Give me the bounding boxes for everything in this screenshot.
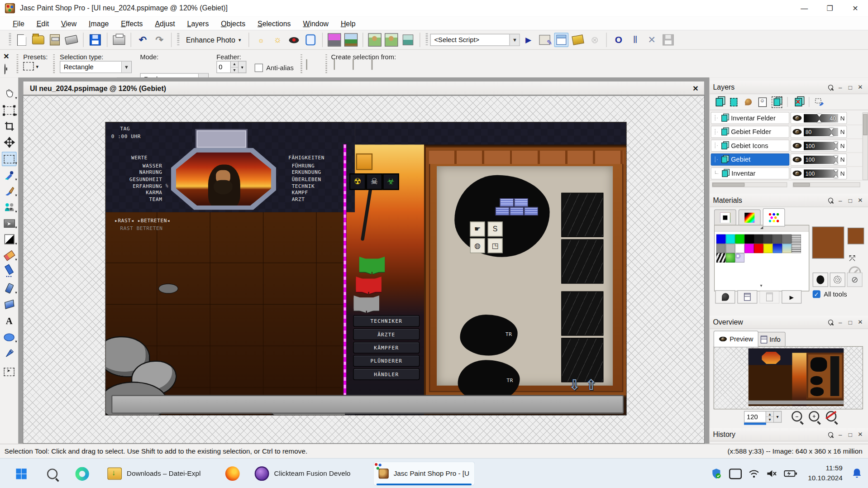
makeover-button[interactable] <box>304 33 318 47</box>
blend-mode[interactable]: N <box>840 129 845 135</box>
swatch[interactable] <box>792 244 801 253</box>
red-eye-button[interactable] <box>287 33 301 47</box>
swatch[interactable] <box>716 253 726 263</box>
visibility-eye-icon[interactable] <box>793 143 802 148</box>
visibility-eye-icon[interactable] <box>793 115 802 121</box>
menu-image[interactable]: Image <box>83 18 115 29</box>
pan-tool[interactable]: ▾ <box>2 86 17 101</box>
eraser-tool[interactable]: ▾ <box>2 248 17 263</box>
swatch-scroll-up[interactable]: ◢ <box>715 225 809 231</box>
layers-pin-button[interactable] <box>825 83 835 92</box>
edit-selection-button[interactable] <box>813 96 826 108</box>
save-button[interactable] <box>88 33 102 47</box>
menu-edit[interactable]: Edit <box>30 18 55 29</box>
pen-tool[interactable] <box>2 346 17 361</box>
swatch[interactable] <box>735 234 744 244</box>
layers-close-button[interactable]: ✕ <box>855 83 865 92</box>
more-swatches-button[interactable]: ▶ <box>782 290 801 303</box>
run-script-button[interactable]: ▶ <box>521 33 536 47</box>
swatch[interactable] <box>726 234 735 244</box>
paint-brush-tool[interactable]: ▾ <box>2 184 17 198</box>
move-tool[interactable] <box>2 135 17 150</box>
browser-button[interactable] <box>72 464 92 483</box>
canvas[interactable]: TAG 0 :00 UHR WERTE WASSER NAHRUNG <box>23 95 705 444</box>
materials-minimize-button[interactable]: – <box>835 196 845 205</box>
layer-opacity[interactable]: 100 <box>804 170 815 176</box>
swatch[interactable] <box>754 244 763 253</box>
layers-panel-titlebar[interactable]: Layers – □ ✕ <box>710 81 868 94</box>
visibility-eye-icon[interactable] <box>793 157 802 162</box>
options-pin-button[interactable] <box>5 64 5 74</box>
swatch[interactable] <box>744 234 754 244</box>
layers-minimize-button[interactable]: – <box>835 83 845 92</box>
pause-script-button[interactable]: Ⅱ <box>628 33 643 47</box>
preview-thumbnail[interactable] <box>714 346 863 409</box>
layer-opacity[interactable]: 100 <box>804 143 815 148</box>
layer-row-selected[interactable]: ┊·Gebiet 100N <box>710 153 868 167</box>
texture-button[interactable] <box>830 273 845 287</box>
resize-button[interactable] <box>368 33 382 47</box>
edit-script-button[interactable] <box>538 33 552 47</box>
selection-tool[interactable]: ▾ <box>2 152 17 166</box>
materials-panel-titlebar[interactable]: Materials – □ ✕ <box>710 194 868 207</box>
swatch[interactable] <box>754 234 763 244</box>
brightness-button[interactable]: ☼ <box>270 33 285 47</box>
open-image-button[interactable] <box>31 33 45 47</box>
clone-brush-tool[interactable]: ▾ <box>2 200 17 215</box>
feather-spinner[interactable]: ▲▼ <box>231 61 238 73</box>
overview-minimize-button[interactable]: – <box>835 318 845 327</box>
new-layer-button[interactable] <box>712 96 725 108</box>
zoom-out-button[interactable]: – <box>792 411 802 421</box>
new-group-button[interactable] <box>770 96 783 108</box>
maximize-button[interactable]: ❐ <box>817 0 842 17</box>
feather-input[interactable] <box>216 61 231 73</box>
anti-alias-checkbox[interactable] <box>255 64 263 72</box>
taskbar-app-clickteam[interactable]: Clickteam Fusion Develo <box>249 461 356 486</box>
dropper-tool[interactable]: ▾ <box>2 168 17 182</box>
deform-tool[interactable]: ▾ <box>2 103 17 118</box>
preview-tab[interactable]: Preview <box>714 330 758 347</box>
menu-help[interactable]: Help <box>334 18 362 29</box>
cancel-script-button[interactable]: ✕ <box>644 33 659 47</box>
layers-maximize-button[interactable]: □ <box>845 83 855 92</box>
style-color-button[interactable] <box>813 273 828 287</box>
blend-mode[interactable]: N <box>840 115 845 121</box>
toggle-execution-button[interactable] <box>554 33 569 47</box>
history-maximize-button[interactable]: □ <box>845 430 855 439</box>
copy-swatch-button[interactable] <box>737 290 757 303</box>
swatch[interactable] <box>773 234 782 244</box>
preset-shape-tool[interactable]: ▾ <box>2 330 17 344</box>
background-eraser-tool[interactable]: ••• <box>2 265 17 279</box>
flood-fill-tool[interactable] <box>2 297 17 311</box>
airbrush-tool[interactable]: ▾ <box>2 281 17 295</box>
document-close-button[interactable]: ✕ <box>692 84 698 92</box>
menu-layers[interactable]: Layers <box>181 18 215 29</box>
enhance-photo-dropdown[interactable]: Enhance Photo ▾ <box>181 33 245 46</box>
wifi-tray-icon[interactable] <box>747 467 760 480</box>
options-close-button[interactable]: ✕ <box>3 52 9 60</box>
selection-from-vector-button[interactable] <box>334 60 335 70</box>
text-tool[interactable]: A <box>2 314 17 329</box>
history-close-button[interactable]: ✕ <box>855 430 865 439</box>
info-tab[interactable]: Info <box>756 332 786 347</box>
taskbar-clock[interactable]: 11:59 10.10.2024 <box>808 463 843 483</box>
swatch[interactable] <box>763 244 773 253</box>
blend-mode[interactable]: N <box>840 142 845 149</box>
menu-effects[interactable]: Effects <box>115 18 149 29</box>
twain-acquire-button[interactable] <box>64 33 79 47</box>
browse-button[interactable] <box>48 33 62 47</box>
swatch-scroll-down[interactable]: ▼ <box>715 283 807 287</box>
notifications-bell-icon[interactable] <box>850 466 863 479</box>
window-titlebar[interactable]: Jasc Paint Shop Pro - [UI neu_2024.pspim… <box>0 0 868 17</box>
menu-view[interactable]: View <box>55 18 83 29</box>
blend-mode[interactable]: N <box>840 156 845 163</box>
zoom-reset-button[interactable] <box>826 411 836 421</box>
image-content[interactable]: TAG 0 :00 UHR WERTE WASSER NAHRUNG <box>106 122 626 415</box>
redo-button[interactable]: ↷ <box>152 33 167 47</box>
start-button[interactable] <box>11 464 31 483</box>
layer-row[interactable]: ┊·Inventar Felder 40N <box>710 111 868 125</box>
selection-invert-button[interactable] <box>372 60 372 70</box>
visibility-eye-icon[interactable] <box>793 129 802 134</box>
straighten-button[interactable] <box>327 33 342 47</box>
menu-objects[interactable]: Objects <box>215 18 252 29</box>
